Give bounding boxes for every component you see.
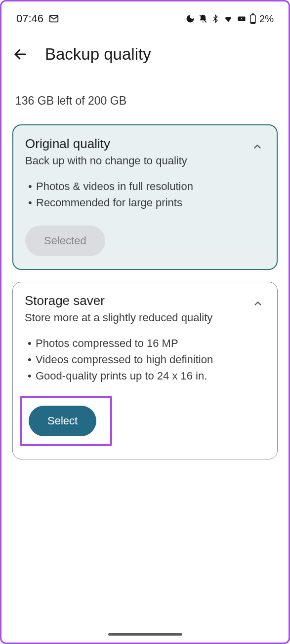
battery-icon (249, 13, 256, 24)
original-quality-card[interactable]: Original quality Back up with no change … (12, 124, 278, 270)
bullet-list: Photos compressed to 16 MP Videos compre… (25, 335, 265, 384)
dnd-moon-icon (185, 14, 195, 24)
bullet-list: Photos & videos in full resolution Recom… (25, 178, 265, 211)
mute-icon (198, 14, 208, 24)
card-text-block: Storage saver Store more at a slightly r… (25, 293, 212, 335)
signal-icon: × (237, 14, 247, 23)
card-header: Original quality Back up with no change … (25, 136, 265, 178)
status-time: 07:46 (16, 12, 43, 25)
chevron-up-icon (252, 141, 263, 152)
svg-rect-5 (252, 14, 254, 15)
svg-text:×: × (241, 17, 243, 20)
status-left: 07:46 (16, 12, 59, 25)
select-button[interactable]: Select (29, 406, 96, 436)
gmail-icon (48, 13, 59, 24)
header: Backup quality (1, 31, 289, 76)
collapse-button[interactable] (250, 296, 265, 311)
bullet-item: Photos compressed to 16 MP (36, 335, 265, 351)
storage-info: 136 GB left of 200 GB (1, 76, 289, 124)
highlight-annotation: Select (20, 396, 112, 446)
collapse-button[interactable] (250, 139, 265, 154)
chevron-up-icon (252, 298, 263, 309)
cards-container: Original quality Back up with no change … (1, 124, 289, 459)
arrow-left-icon (13, 47, 28, 62)
page-title: Backup quality (45, 45, 151, 64)
bullet-item: Recommended for large prints (36, 194, 265, 211)
status-right: × 2% (185, 13, 274, 25)
bluetooth-icon (211, 14, 220, 24)
bullet-item: Good-quality prints up to 24 x 16 in. (36, 368, 265, 384)
card-header: Storage saver Store more at a slightly r… (25, 293, 265, 335)
card-text-block: Original quality Back up with no change … (25, 136, 187, 178)
card-subtitle: Store more at a slightly reduced quality (25, 311, 212, 324)
svg-rect-6 (251, 22, 255, 23)
bullet-item: Photos & videos in full resolution (36, 178, 265, 194)
card-title: Storage saver (25, 293, 212, 308)
battery-percentage: 2% (259, 13, 274, 25)
card-title: Original quality (25, 136, 187, 152)
status-bar: 07:46 (1, 1, 289, 31)
card-subtitle: Back up with no change to quality (25, 154, 187, 167)
selected-button: Selected (25, 226, 105, 256)
wifi-icon (223, 14, 234, 24)
storage-saver-card[interactable]: Storage saver Store more at a slightly r… (12, 282, 278, 459)
back-button[interactable] (11, 45, 29, 63)
home-indicator[interactable] (108, 633, 182, 636)
bullet-item: Videos compressed to high definition (36, 351, 265, 368)
